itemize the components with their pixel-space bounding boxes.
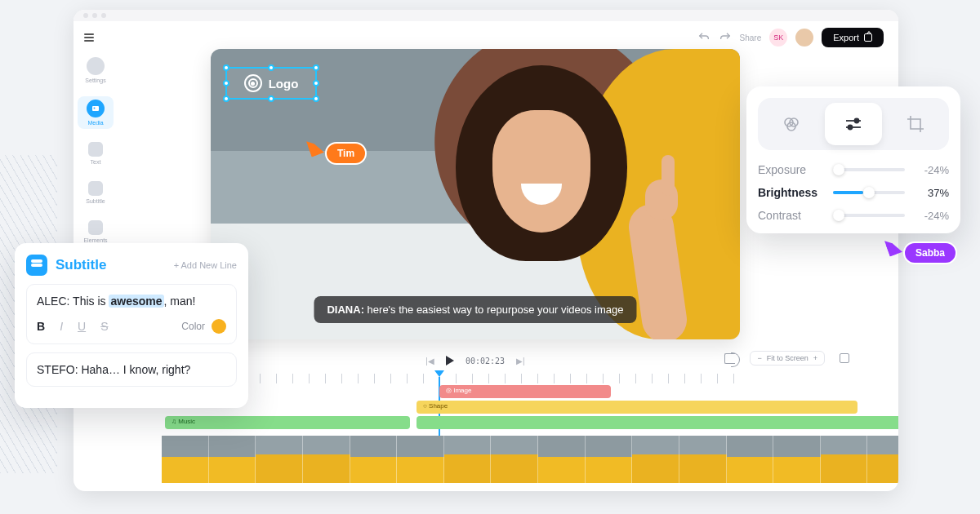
resize-handle[interactable]	[268, 64, 274, 71]
traffic-light-dot[interactable]	[101, 13, 106, 18]
underline-button[interactable]: U	[78, 320, 86, 333]
subtitle-panel-icon	[26, 255, 47, 276]
video-thumbnail[interactable]	[209, 436, 256, 483]
bold-button[interactable]: B	[37, 320, 45, 333]
media-icon	[87, 100, 105, 117]
cursor-icon	[306, 137, 324, 157]
slider-track[interactable]	[833, 214, 905, 217]
venn-icon	[782, 114, 801, 134]
brightness-slider[interactable]: Brightness 37%	[758, 186, 949, 199]
playback-right-controls: − Fit to Screen +	[724, 351, 849, 366]
video-subject	[456, 65, 627, 277]
video-thumbnail[interactable]	[303, 436, 350, 483]
slider-label: Brightness	[758, 186, 825, 199]
caption-speaker: DIANA:	[327, 304, 364, 316]
color-swatch[interactable]	[212, 319, 226, 334]
strikethrough-button[interactable]: S	[100, 320, 108, 333]
sidebar-item-subtitle[interactable]: Subtitle	[78, 178, 114, 207]
video-thumbnail[interactable]	[538, 436, 586, 483]
video-thumbnail[interactable]	[491, 436, 538, 483]
contrast-slider[interactable]: Contrast -24%	[758, 209, 949, 222]
italic-button[interactable]: I	[60, 320, 63, 333]
collab-avatar-photo[interactable]	[795, 29, 813, 47]
sidebar-item-label: Settings	[85, 78, 105, 83]
video-thumbnail[interactable]	[586, 436, 633, 483]
subtitle-line-card[interactable]: STEFO: Haha… I know, right?	[26, 352, 237, 387]
sidebar-item-elements[interactable]: Elements	[78, 217, 114, 246]
highlighted-word[interactable]: awesome	[109, 295, 163, 308]
video-thumbnail[interactable]	[773, 436, 821, 483]
video-canvas[interactable]: Logo DIANA: here's the easiest way to re…	[211, 49, 740, 339]
resize-handle[interactable]	[313, 64, 319, 71]
traffic-light-dot[interactable]	[92, 13, 97, 18]
fit-to-screen-control[interactable]: − Fit to Screen +	[750, 351, 825, 366]
sidebar-item-label: Media	[87, 120, 103, 126]
hamburger-menu-icon[interactable]	[80, 29, 98, 47]
subtitle-format-toolbar: B I U S Color	[37, 319, 226, 334]
video-thumbnail[interactable]	[821, 436, 868, 483]
export-icon	[864, 33, 872, 42]
share-label[interactable]: Share	[740, 33, 762, 42]
traffic-light-dot[interactable]	[83, 13, 88, 18]
timeline-playhead[interactable]	[434, 370, 444, 377]
zoom-in-icon[interactable]: +	[813, 354, 817, 362]
timeline-tracks: ◎ Image ○ Shape ♫ Music	[147, 385, 898, 432]
zoom-out-icon[interactable]: −	[757, 354, 761, 362]
video-thumbnail[interactable]	[397, 436, 444, 483]
prev-frame-icon[interactable]: |◀	[425, 357, 434, 366]
add-new-line-button[interactable]: + Add New Line	[174, 260, 237, 270]
sidebar-item-text[interactable]: Text	[78, 139, 114, 168]
slider-track[interactable]	[833, 168, 905, 171]
resize-handle[interactable]	[223, 80, 229, 86]
resize-handle[interactable]	[313, 95, 319, 102]
slider-value: 37%	[913, 187, 949, 199]
video-thumbnail[interactable]	[256, 436, 303, 483]
fullscreen-icon[interactable]	[840, 353, 849, 363]
next-frame-icon[interactable]: ▶|	[516, 357, 525, 366]
redo-icon[interactable]	[719, 31, 732, 44]
slider-track[interactable]	[833, 191, 905, 194]
subtitle-icon	[88, 181, 103, 196]
track-clip-music[interactable]	[416, 416, 898, 429]
logo-selection-frame[interactable]: Logo	[225, 67, 317, 100]
slider-value: -24%	[913, 164, 949, 176]
play-button-icon[interactable]	[446, 356, 454, 366]
undo-icon[interactable]	[697, 31, 710, 44]
filters-tab[interactable]	[763, 103, 820, 145]
resize-handle[interactable]	[268, 95, 274, 102]
resize-handle[interactable]	[223, 95, 229, 102]
exposure-slider[interactable]: Exposure -24%	[758, 163, 949, 176]
video-thumbnail[interactable]	[162, 436, 209, 483]
subtitle-line-card[interactable]: ALEC: This is awesome, man! B I U S Colo…	[26, 284, 237, 344]
text-color-control[interactable]: Color	[181, 319, 226, 334]
subtitle-line-text[interactable]: STEFO: Haha… I know, right?	[37, 363, 226, 376]
export-button[interactable]: Export	[822, 28, 884, 47]
track-clip-image[interactable]: ◎ Image	[439, 385, 611, 398]
collab-avatar-initials[interactable]: SK	[769, 29, 787, 47]
sidebar-item-settings[interactable]: Settings	[78, 54, 114, 86]
resize-handle[interactable]	[223, 64, 229, 71]
track-clip-shape[interactable]: ○ Shape	[416, 401, 858, 414]
adjust-tab[interactable]	[825, 103, 882, 145]
video-thumbnail[interactable]	[444, 436, 492, 483]
timeline-ruler[interactable]	[211, 374, 740, 383]
svg-point-6	[855, 119, 859, 123]
subtitle-line-text[interactable]: ALEC: This is awesome, man!	[37, 295, 226, 308]
video-thumbnail[interactable]	[867, 436, 898, 483]
video-thumbnail[interactable]	[632, 436, 679, 483]
video-thumbnail[interactable]	[679, 436, 727, 483]
video-thumbnail[interactable]	[350, 436, 398, 483]
sidebar-item-media[interactable]: Media	[78, 96, 114, 129]
playback-controls: |◀ 00:02:23 ▶|	[211, 351, 740, 370]
crop-tab[interactable]	[887, 103, 944, 145]
live-cursor-sabba: Sabba	[887, 228, 957, 264]
color-label: Color	[181, 321, 205, 332]
cursor-name: Tim	[325, 142, 367, 165]
video-thumbnail[interactable]	[727, 436, 774, 483]
volume-icon[interactable]	[724, 353, 735, 364]
video-thumbnail-strip[interactable]: +	[162, 436, 898, 483]
track-clip-music[interactable]: ♫ Music	[165, 416, 410, 429]
sliders-icon	[844, 114, 863, 134]
resize-handle[interactable]	[313, 80, 319, 86]
video-caption: DIANA: here's the easiest way to repurpo…	[314, 296, 636, 323]
